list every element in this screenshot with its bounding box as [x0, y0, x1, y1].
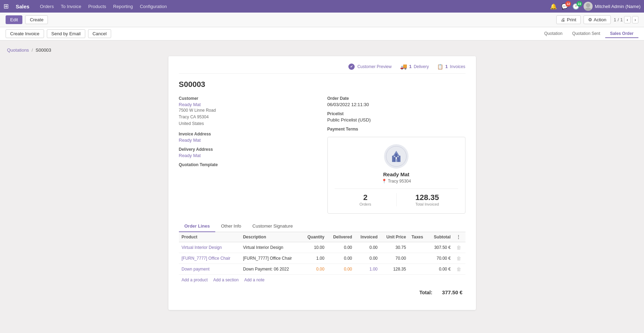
customer-preview-item[interactable]: ✔ Customer Preview	[348, 63, 392, 70]
quotation-template-label: Quotation Template	[179, 162, 317, 167]
customer-name-link[interactable]: Ready Mat	[179, 102, 201, 107]
action-button[interactable]: ⚙ Action	[584, 15, 611, 24]
order-date-label: Order Date	[327, 96, 465, 101]
document-title: S00003	[179, 80, 465, 89]
customer-card: Ready Mat 📍 Tracy 95304 2 Orders 128.35 …	[327, 137, 465, 214]
row2-delivered: 0.00	[327, 253, 355, 264]
document-card: ✔ Customer Preview 🚚 1 Delivery 📋 1 Invo…	[168, 56, 476, 310]
row2-product: [FURN_7777] Office Chair	[179, 253, 240, 264]
invoices-item[interactable]: 📋 1 Invoices	[437, 63, 465, 70]
add-row-actions: Add a product Add a section Add a note	[179, 275, 465, 285]
row1-product-link[interactable]: Virtual Interior Design	[182, 245, 222, 250]
nav-reporting[interactable]: Reporting	[113, 4, 133, 9]
invoice-address-label: Invoice Address	[179, 132, 317, 136]
stat-invoiced: 128.35 Total Invoiced	[397, 193, 458, 206]
app-name[interactable]: Sales	[16, 3, 29, 9]
tab-other-info[interactable]: Other Info	[215, 221, 247, 232]
status-sales-order[interactable]: Sales Order	[605, 30, 638, 38]
nav-configuration[interactable]: Configuration	[140, 4, 167, 9]
row2-quantity: 1.00	[302, 253, 327, 264]
row3-product-link[interactable]: Down payment	[182, 267, 210, 272]
row3-invoiced[interactable]: 1.00	[355, 264, 380, 275]
total-invoiced-value: 128.35	[397, 193, 458, 202]
prev-page[interactable]: ‹	[624, 16, 630, 23]
customer-logo	[384, 144, 408, 169]
chat-icon[interactable]: 💬 12	[561, 3, 568, 10]
edit-button[interactable]: Edit	[6, 15, 22, 24]
user-avatar	[584, 2, 593, 11]
svg-rect-6	[395, 154, 397, 157]
print-icon: 🖨	[561, 17, 565, 22]
nav-products[interactable]: Products	[88, 4, 106, 9]
page-navigation: 1 / 1 ‹ ›	[614, 16, 638, 23]
th-delivered: Delivered	[327, 232, 355, 242]
customer-value: Ready Mat 7500 W Linne Road Tracy CA 953…	[179, 102, 317, 127]
payment-terms-label: Payment Terms	[327, 127, 465, 132]
card-customer-location: 📍 Tracy 95304	[335, 179, 458, 184]
table-row: Virtual Interior Design Virtual Interior…	[179, 242, 465, 253]
customer-field: Customer Ready Mat 7500 W Linne Road Tra…	[179, 96, 317, 127]
location-icon: 📍	[382, 179, 387, 184]
row3-delete[interactable]: 🗑	[454, 264, 465, 275]
nav-orders[interactable]: Orders	[40, 4, 54, 9]
total-value: 377.50 €	[442, 289, 462, 295]
send-email-button[interactable]: Send by Email	[47, 29, 85, 38]
orders-label: Orders	[335, 202, 396, 206]
status-quotation[interactable]: Quotation	[540, 30, 567, 38]
notification-bell[interactable]: 🔔	[550, 3, 557, 10]
svg-rect-7	[392, 156, 394, 162]
row2-delete[interactable]: 🗑	[454, 253, 465, 264]
row2-taxes	[409, 253, 428, 264]
add-section-link[interactable]: Add a section	[213, 278, 239, 282]
tab-order-lines[interactable]: Order Lines	[179, 221, 216, 232]
top-icons: 🔔 💬 12 🕐 22 Mitchell Admin (Name)	[550, 2, 641, 11]
row3-description: Down Payment: 06 2022	[240, 264, 302, 275]
delivery-item[interactable]: 🚚 1 Delivery	[400, 63, 429, 70]
row1-delete[interactable]: 🗑	[454, 242, 465, 253]
row2-product-link[interactable]: [FURN_7777] Office Chair	[182, 256, 231, 261]
delivery-address-field: Delivery Address Ready Mat	[179, 147, 317, 158]
status-quotation-sent[interactable]: Quotation Sent	[567, 30, 605, 38]
tab-customer-signature[interactable]: Customer Signature	[247, 221, 298, 232]
delivery-address-value[interactable]: Ready Mat	[179, 153, 317, 158]
table-row: [FURN_7777] Office Chair [FURN_7777] Off…	[179, 253, 465, 264]
activity-badge: 22	[577, 1, 582, 7]
add-note-link[interactable]: Add a note	[244, 278, 265, 282]
print-button[interactable]: 🖨 Print	[556, 15, 581, 24]
cancel-button[interactable]: Cancel	[88, 29, 111, 38]
customer-label: Customer	[179, 96, 317, 101]
svg-point-1	[585, 8, 591, 11]
card-customer-name[interactable]: Ready Mat	[335, 171, 458, 177]
th-unit-price: Unit Price	[381, 232, 409, 242]
create-button[interactable]: Create	[25, 15, 48, 24]
svg-rect-9	[395, 159, 397, 162]
truck-icon: 🚚	[400, 63, 407, 70]
row2-invoiced: 0.00	[355, 253, 380, 264]
next-page[interactable]: ›	[632, 16, 638, 23]
activity-icon[interactable]: 🕐 22	[572, 3, 579, 10]
action-icon: ⚙	[588, 17, 592, 22]
breadcrumb: Quotations / S00003	[7, 47, 637, 53]
create-invoice-button[interactable]: Create Invoice	[6, 29, 44, 38]
addr-line2: Tracy CA 95304	[179, 114, 317, 120]
row1-subtotal: 307.50 €	[428, 242, 453, 253]
row3-quantity: 0.00	[302, 264, 327, 275]
pricelist-value: Public Pricelist (USD)	[327, 117, 465, 123]
add-product-link[interactable]: Add a product	[182, 278, 208, 282]
user-menu[interactable]: Mitchell Admin (Name)	[584, 2, 641, 11]
th-subtotal: Subtotal	[428, 232, 453, 242]
app-grid-icon[interactable]: ⊞	[3, 2, 9, 10]
table-header-row: Product Description Quantity Delivered I…	[179, 232, 465, 242]
action-bar: Edit Create 🖨 Print ⚙ Action 1 / 1 ‹ ›	[0, 13, 644, 27]
svg-point-0	[586, 3, 590, 7]
total-row: Total: 377.50 €	[179, 285, 465, 299]
tabs: Order Lines Other Info Customer Signatur…	[179, 221, 465, 232]
nav-to-invoice[interactable]: To Invoice	[61, 4, 81, 9]
svg-rect-8	[399, 156, 400, 162]
chat-badge: 12	[565, 1, 571, 7]
preview-bar: ✔ Customer Preview 🚚 1 Delivery 📋 1 Invo…	[179, 63, 465, 74]
invoices-label: Invoices	[450, 64, 465, 69]
th-more: ⋮	[454, 232, 465, 242]
invoice-address-value[interactable]: Ready Mat	[179, 138, 317, 143]
breadcrumb-parent[interactable]: Quotations	[7, 47, 29, 53]
